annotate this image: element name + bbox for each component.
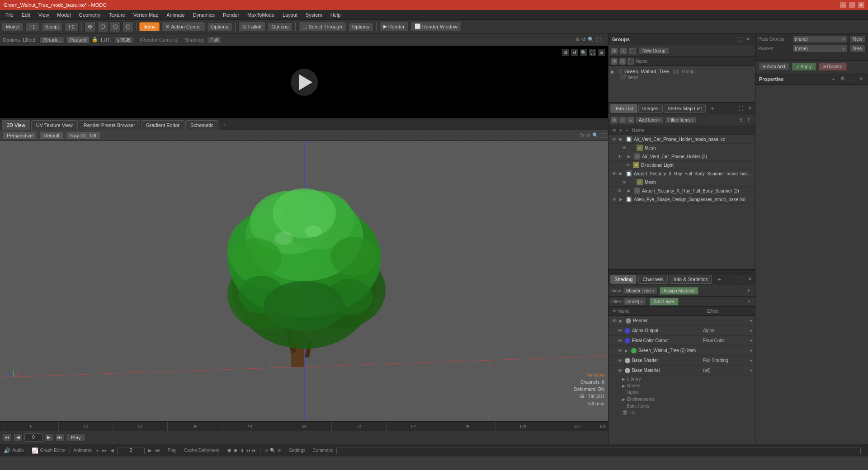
tab-channels[interactable]: Channels bbox=[638, 275, 667, 284]
il-airport-eye[interactable]: 👁 bbox=[611, 170, 618, 177]
render-more-icon[interactable]: ≡ bbox=[598, 49, 605, 56]
discard-button[interactable]: ✕ Discard bbox=[819, 63, 847, 70]
apply-button[interactable]: ✓ Apply bbox=[792, 63, 816, 70]
tab-gradient-editor[interactable]: Gradient Editor bbox=[141, 120, 184, 130]
new-group-button[interactable]: New Group bbox=[638, 47, 670, 55]
sh-nodes[interactable]: ▶ Nodes bbox=[609, 382, 755, 389]
il-f-key[interactable]: F bbox=[746, 118, 752, 122]
il-item-1-eye[interactable]: 👁 bbox=[611, 136, 618, 142]
groups-sel-icon[interactable]: ⬛ bbox=[629, 48, 636, 54]
sh-lights[interactable]: Lights bbox=[609, 389, 755, 396]
render-sync-icon[interactable]: ↺ bbox=[571, 49, 578, 56]
sh-render-expand[interactable]: ▾ bbox=[750, 319, 752, 323]
options-button[interactable]: Options bbox=[207, 22, 232, 31]
sh-baseshader-expand[interactable]: ▾ bbox=[750, 358, 752, 363]
viewport-3d[interactable]: X Z Y No Items Channels: 0 Deformers: ON… bbox=[0, 141, 608, 421]
assign-material-button[interactable]: Assign Material bbox=[660, 287, 698, 295]
il-item-mesh-eye[interactable]: 👁 bbox=[621, 145, 627, 151]
sh-finalcolor-expand[interactable]: ▾ bbox=[750, 338, 752, 343]
il-item-1-group[interactable]: 👁 ▶ ⬡ Air_Vent_Car_Phone_Holder (2) bbox=[609, 152, 755, 161]
groups-eye-icon[interactable]: 👁 bbox=[611, 48, 618, 54]
options3-button[interactable]: Options bbox=[348, 22, 373, 31]
render-button[interactable]: ▶ Render bbox=[379, 22, 409, 31]
next-key-btn[interactable]: ⏭ bbox=[156, 448, 160, 453]
select-icon-3[interactable]: ⬡ bbox=[123, 21, 133, 32]
audio-item[interactable]: 🔊 Audio bbox=[4, 447, 24, 454]
play-status-btn[interactable]: Play bbox=[168, 448, 176, 453]
anim-dropdown[interactable] bbox=[96, 448, 99, 453]
sh-basematerial-expand[interactable]: ▾ bbox=[750, 368, 752, 373]
tl-start-button[interactable]: ⏮ bbox=[3, 433, 12, 442]
settings-btn[interactable]: Settings bbox=[289, 448, 305, 453]
sh-render-eye[interactable]: 👁 bbox=[611, 318, 618, 324]
pass-groups-dropdown[interactable]: (none) bbox=[793, 35, 847, 43]
falloff-button[interactable]: ◎ Falloff bbox=[238, 22, 266, 31]
tab-3d-view[interactable]: 3D View bbox=[2, 120, 30, 130]
groups-col-box[interactable]: ⬛ bbox=[627, 58, 634, 65]
render-settings-icon[interactable]: ⚙ bbox=[562, 49, 569, 56]
prev-key-btn[interactable]: ⏮ bbox=[102, 448, 107, 453]
extra-icon-3[interactable]: ⚙ bbox=[277, 448, 281, 453]
transport-icon-3[interactable]: ⏸ bbox=[240, 448, 244, 453]
sh-item-basematerial[interactable]: 👁 Base Material (all) ▾ bbox=[609, 366, 755, 376]
command-input[interactable] bbox=[336, 447, 861, 454]
transport-icon-4[interactable]: ⏮ bbox=[246, 448, 250, 453]
items-button[interactable]: Items bbox=[139, 22, 160, 31]
groups-col-eye[interactable]: 👁 bbox=[611, 58, 618, 65]
groups-lock-icon[interactable]: + bbox=[620, 48, 627, 54]
shading-close-icon[interactable]: ✕ bbox=[746, 276, 753, 283]
menu-geometry[interactable]: Geometry bbox=[75, 11, 104, 19]
shading-expand-icon[interactable]: ⛶ bbox=[737, 276, 744, 283]
perspective-button[interactable]: Perspective bbox=[3, 132, 37, 140]
il-item-airport[interactable]: 👁 ▶ 📄 Airport_Security_X_Ray_Full_Body_S… bbox=[609, 169, 755, 178]
tl-next-button[interactable]: ▶ bbox=[44, 433, 53, 442]
transport-icon-5[interactable]: ⏭ bbox=[252, 448, 257, 453]
itemlist-close-icon[interactable]: ✕ bbox=[746, 105, 753, 112]
extra-icon-2[interactable]: 🔍 bbox=[270, 448, 275, 453]
tab-item-list[interactable]: Item List bbox=[610, 104, 637, 113]
pass-groups-new-button[interactable]: New bbox=[850, 35, 865, 43]
groups-close-icon[interactable]: ✕ bbox=[744, 36, 751, 43]
il-toolbar-del[interactable]: − bbox=[627, 117, 634, 123]
tab-render-preset[interactable]: Render Preset Browser bbox=[79, 120, 140, 130]
props-close-icon[interactable]: ✕ bbox=[857, 75, 864, 83]
il-toolbar-add[interactable]: + bbox=[619, 117, 626, 123]
f1-button[interactable]: F1 bbox=[25, 22, 39, 31]
sh-environments[interactable]: ▶ Environments bbox=[609, 396, 755, 403]
menu-model[interactable]: Model bbox=[53, 11, 74, 19]
camera-value[interactable]: (Render Camera) bbox=[140, 37, 179, 42]
group-tree-item[interactable]: ▶ ⬡ Green_Walnut_Tree (3) : Group bbox=[609, 68, 755, 75]
menu-render[interactable]: Render bbox=[219, 11, 243, 19]
minimize-button[interactable]: ─ bbox=[840, 2, 846, 8]
sh-walnut-expand[interactable]: ▾ bbox=[750, 348, 752, 353]
more-icon[interactable]: ≡ bbox=[603, 37, 605, 42]
sh-finalcolor-eye[interactable]: 👁 bbox=[617, 338, 623, 344]
il-dirlight-eye[interactable]: 👁 bbox=[625, 162, 631, 168]
auto-add-button[interactable]: ⊕ Auto Add bbox=[758, 63, 789, 70]
sh-item-render[interactable]: 👁 ▶ Render ▾ bbox=[609, 316, 755, 326]
effect-value[interactable]: (Shadi... bbox=[39, 36, 64, 43]
il-item-dirlight[interactable]: 👁 ☀ Directional Light bbox=[609, 161, 755, 169]
tab-shading[interactable]: Shading bbox=[610, 275, 637, 284]
sh-alpha-expand[interactable]: ▾ bbox=[750, 329, 752, 333]
groups-col-vis[interactable]: ⬡ bbox=[619, 58, 626, 65]
expand-icon[interactable]: ⛶ bbox=[596, 37, 601, 42]
shading-value[interactable]: Full bbox=[207, 36, 222, 43]
transport-icon-2[interactable]: ⏺ bbox=[233, 448, 238, 453]
shading-tab-add[interactable]: + bbox=[714, 274, 725, 284]
sh-item-baseshader[interactable]: 👁 Base Shader Full Shading ▾ bbox=[609, 356, 755, 366]
il-item-airport-mesh[interactable]: 👁 M Mesh bbox=[609, 178, 755, 187]
vp-zoom-icon[interactable]: 🔍 bbox=[592, 132, 599, 138]
maximize-button[interactable]: □ bbox=[849, 2, 855, 8]
il-toolbar-eye[interactable]: 👁 bbox=[611, 117, 618, 123]
vp-rotate-icon[interactable]: ↻ bbox=[580, 132, 584, 138]
tab-add-button[interactable]: + bbox=[219, 120, 230, 130]
tab-info-stats[interactable]: Info & Statistics bbox=[670, 275, 712, 284]
il-s-key[interactable]: S bbox=[737, 118, 744, 122]
sh-item-finalcolor[interactable]: 👁 Final Color Output Final Color ▾ bbox=[609, 336, 755, 346]
filter-items-button[interactable]: Filter Items bbox=[665, 116, 697, 124]
il-airport-group-eye[interactable]: 👁 bbox=[617, 188, 623, 194]
add-layer-button[interactable]: Add Layer bbox=[650, 298, 679, 306]
sh-item-alpha[interactable]: 👁 Alpha Output Alpha ▾ bbox=[609, 326, 755, 336]
play-button[interactable]: Play bbox=[66, 433, 85, 442]
